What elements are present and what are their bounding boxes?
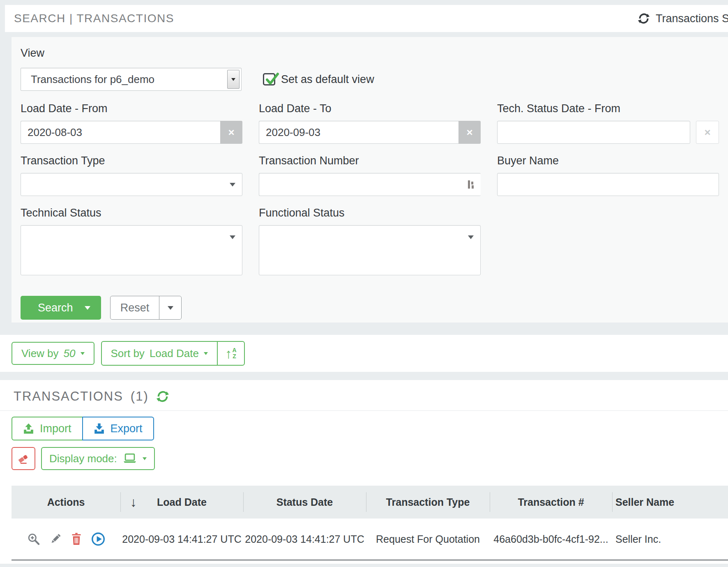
- caret-down-icon: [468, 235, 474, 239]
- lookup-bars-icon: [466, 179, 476, 190]
- checkmark-icon: [265, 72, 279, 87]
- export-button-label: Export: [111, 422, 143, 435]
- view-select-value: Transactions for p6_demo: [31, 73, 154, 86]
- clear-icon: ×: [466, 126, 472, 139]
- view-label: View: [21, 47, 719, 60]
- display-mode-button[interactable]: Display mode:: [41, 447, 155, 470]
- clear-icon: ×: [704, 126, 710, 139]
- buyer-name-input[interactable]: [497, 173, 719, 196]
- functional-status-label: Functional Status: [259, 207, 481, 219]
- tech-status-date-from-field: Tech. Status Date - From ×: [497, 102, 719, 144]
- transaction-number-input[interactable]: [259, 173, 481, 196]
- transactions-table: Actions ↓ Load Date Status Date Transact…: [12, 486, 728, 560]
- transaction-type-select[interactable]: [21, 173, 242, 196]
- cell-transaction-number: 46a60d3b-b0fc-4cf1-92...: [490, 519, 612, 560]
- load-date-from-input[interactable]: [21, 121, 220, 144]
- cell-transaction-type: Request For Quotation: [366, 519, 490, 560]
- sort-by-prefix: Sort by: [111, 347, 145, 360]
- laptop-icon: [123, 453, 137, 464]
- table-row: 2020-09-03 14:41:27 UTC 2020-09-03 14:41…: [12, 519, 728, 560]
- column-header-transaction-type[interactable]: Transaction Type: [366, 486, 490, 519]
- transaction-type-field: Transaction Type: [21, 154, 242, 196]
- eraser-icon: [17, 452, 30, 465]
- set-default-view-label: Set as default view: [281, 73, 374, 86]
- view-select-arrow[interactable]: [227, 70, 240, 89]
- play-icon[interactable]: [91, 532, 105, 546]
- caret-down-icon: [230, 235, 235, 239]
- view-by-button[interactable]: View by 50: [12, 342, 94, 365]
- sort-by-button[interactable]: Sort by Load Date: [102, 342, 217, 365]
- caret-down-icon: [85, 306, 90, 310]
- column-header-transaction-number[interactable]: Transaction #: [490, 486, 612, 519]
- table-header-row: Actions ↓ Load Date Status Date Transact…: [12, 486, 728, 519]
- tech-status-date-from-label: Tech. Status Date - From: [497, 102, 719, 115]
- upload-icon: [23, 423, 34, 434]
- search-button-label: Search: [38, 302, 73, 314]
- divider: [0, 410, 728, 411]
- view-details-icon[interactable]: [27, 532, 40, 546]
- sort-controls: Sort by Load Date ↑ AZ: [101, 341, 245, 366]
- caret-down-icon: [143, 457, 147, 460]
- list-controls-bar: View by 50 Sort by Load Date ↑ AZ: [0, 335, 728, 372]
- transactions-search-label: Transactions Se: [656, 12, 728, 25]
- caret-down-icon: [81, 352, 85, 355]
- clear-list-button[interactable]: [12, 447, 35, 470]
- search-button[interactable]: Search: [21, 296, 101, 320]
- view-by-prefix: View by: [21, 347, 59, 360]
- load-date-to-field: Load Date - To ×: [259, 102, 481, 144]
- column-header-load-date[interactable]: ↓ Load Date: [120, 486, 243, 519]
- transactions-count: (1): [131, 389, 149, 404]
- column-header-status-date[interactable]: Status Date: [243, 486, 366, 519]
- view-select[interactable]: Transactions for p6_demo: [21, 68, 242, 91]
- top-bar: SEARCH | TRANSACTIONS Transactions Se: [5, 5, 728, 32]
- tech-status-date-from-input[interactable]: [497, 121, 690, 144]
- technical-status-select[interactable]: [21, 225, 242, 275]
- refresh-icon: [638, 12, 650, 25]
- load-date-to-label: Load Date - To: [259, 102, 481, 115]
- sort-desc-icon: ↓: [130, 495, 137, 510]
- load-date-from-clear-button[interactable]: ×: [220, 121, 242, 144]
- transaction-type-label: Transaction Type: [21, 154, 242, 167]
- cell-seller-name: Seller Inc.: [612, 519, 728, 560]
- reset-options-button[interactable]: [159, 296, 181, 319]
- refresh-results-icon[interactable]: [156, 390, 169, 403]
- edit-icon[interactable]: [49, 533, 62, 545]
- set-default-view-checkbox[interactable]: [263, 73, 275, 85]
- delete-icon[interactable]: [71, 533, 82, 545]
- page-title: SEARCH | TRANSACTIONS: [14, 12, 174, 25]
- technical-status-field: Technical Status: [21, 207, 242, 275]
- column-header-seller-name[interactable]: Seller Name: [612, 486, 728, 519]
- sort-direction-button[interactable]: ↑ AZ: [217, 342, 244, 365]
- import-button-label: Import: [40, 422, 71, 435]
- transaction-number-label: Transaction Number: [259, 154, 481, 167]
- clear-icon: ×: [228, 126, 234, 139]
- caret-down-icon: [204, 352, 208, 355]
- cell-status-date: 2020-09-03 14:41:27 UTC: [243, 519, 366, 560]
- caret-down-icon: [230, 183, 235, 187]
- search-form-panel: View Transactions for p6_demo Set as def…: [12, 37, 728, 323]
- tech-status-date-from-clear-button[interactable]: ×: [696, 121, 719, 144]
- caret-down-icon: [231, 78, 235, 81]
- cell-load-date: 2020-09-03 14:41:27 UTC: [120, 519, 243, 560]
- transaction-number-field: Transaction Number: [259, 154, 481, 196]
- view-by-value: 50: [64, 347, 76, 360]
- export-button[interactable]: Export: [82, 417, 154, 440]
- functional-status-select[interactable]: [259, 225, 481, 275]
- display-mode-label: Display mode:: [49, 452, 117, 465]
- download-icon: [94, 423, 105, 434]
- import-button[interactable]: Import: [12, 417, 83, 440]
- set-default-view-checkbox-group[interactable]: Set as default view: [263, 73, 374, 86]
- caret-down-icon: [168, 306, 173, 310]
- functional-status-field: Functional Status: [259, 207, 481, 275]
- reset-button[interactable]: Reset: [111, 296, 159, 319]
- load-date-from-field: Load Date - From ×: [21, 102, 242, 144]
- reset-split-button: Reset: [110, 296, 182, 320]
- load-date-to-clear-button[interactable]: ×: [458, 121, 481, 144]
- load-date-from-label: Load Date - From: [21, 102, 242, 115]
- transactions-search-refresh[interactable]: Transactions Se: [638, 5, 728, 32]
- sort-by-value: Load Date: [150, 347, 199, 360]
- column-header-actions: Actions: [12, 486, 120, 519]
- transactions-panel: TRANSACTIONS (1) Import: [0, 380, 728, 564]
- technical-status-label: Technical Status: [21, 207, 242, 219]
- load-date-to-input[interactable]: [259, 121, 458, 144]
